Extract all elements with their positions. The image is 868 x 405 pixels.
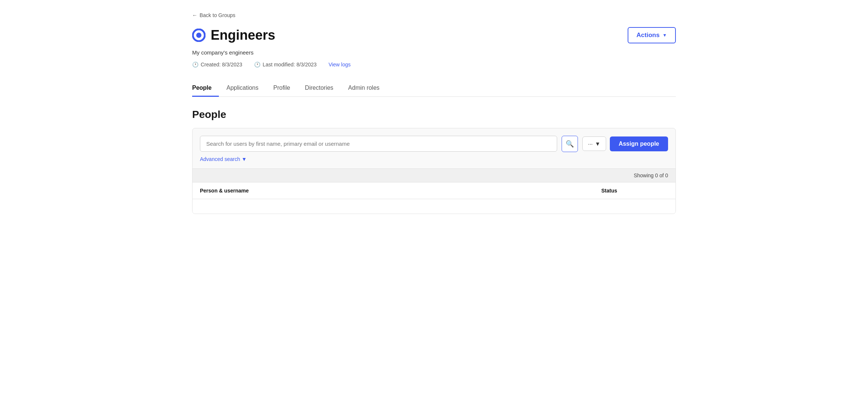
back-to-groups-link[interactable]: ← Back to Groups xyxy=(192,12,236,18)
table-empty-row xyxy=(193,199,675,214)
actions-button[interactable]: Actions ▼ xyxy=(628,27,676,43)
clock-icon-2: 🕐 xyxy=(254,62,260,68)
created-label: Created: 8/3/2023 xyxy=(201,62,242,68)
meta-row: 🕐 Created: 8/3/2023 🕐 Last modified: 8/3… xyxy=(192,62,676,68)
showing-count: Showing 0 of 0 xyxy=(634,172,668,178)
tab-applications[interactable]: Applications xyxy=(219,81,266,97)
advanced-search-chevron-icon: ▼ xyxy=(241,156,247,162)
tab-admin-roles[interactable]: Admin roles xyxy=(341,81,387,97)
right-actions: ··· ▼ Assign people xyxy=(582,136,668,151)
header-row: Engineers Actions ▼ xyxy=(192,27,676,43)
modified-label: Last modified: 8/3/2023 xyxy=(263,62,317,68)
group-title-row: Engineers xyxy=(192,27,275,43)
advanced-search-row: Advanced search ▼ xyxy=(193,152,675,168)
people-section-title: People xyxy=(192,109,676,121)
view-logs-link[interactable]: View logs xyxy=(329,62,351,68)
assign-people-button[interactable]: Assign people xyxy=(610,136,668,151)
created-meta: 🕐 Created: 8/3/2023 xyxy=(192,62,242,68)
clock-icon: 🕐 xyxy=(192,62,198,68)
search-input-wrapper xyxy=(200,136,557,152)
group-name: Engineers xyxy=(211,27,275,43)
tab-directories[interactable]: Directories xyxy=(297,81,341,97)
search-icon: 🔍 xyxy=(566,140,574,148)
table-count-row: Showing 0 of 0 xyxy=(193,168,675,182)
table-header-row: Person & username Status xyxy=(193,182,675,199)
search-row: 🔍 ··· ▼ Assign people xyxy=(193,128,675,152)
tab-people[interactable]: People xyxy=(192,81,219,97)
advanced-search-link[interactable]: Advanced search ▼ xyxy=(200,156,247,162)
actions-chevron-icon: ▼ xyxy=(662,33,667,38)
column-header-status: Status xyxy=(601,188,668,194)
people-card: 🔍 ··· ▼ Assign people Advanced search ▼ … xyxy=(192,128,676,214)
back-arrow-icon: ← xyxy=(192,12,197,18)
more-options-button[interactable]: ··· ▼ xyxy=(582,136,606,151)
group-description: My company's engineers xyxy=(192,49,676,56)
more-chevron-icon: ▼ xyxy=(595,141,601,147)
tab-profile[interactable]: Profile xyxy=(266,81,297,97)
search-button[interactable]: 🔍 xyxy=(562,136,578,152)
column-header-person: Person & username xyxy=(200,188,601,194)
back-link-label: Back to Groups xyxy=(200,12,236,18)
svg-point-1 xyxy=(196,33,201,38)
more-dots-icon: ··· xyxy=(588,141,593,147)
modified-meta: 🕐 Last modified: 8/3/2023 xyxy=(254,62,317,68)
tabs-bar: People Applications Profile Directories … xyxy=(192,81,676,97)
search-input[interactable] xyxy=(200,136,557,152)
group-icon xyxy=(192,29,206,42)
